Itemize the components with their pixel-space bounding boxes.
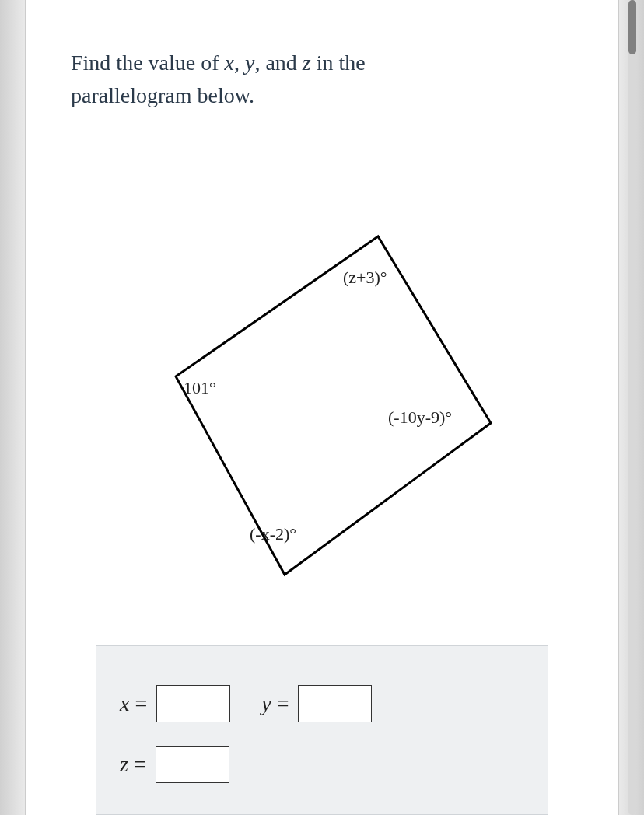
q-var-x: x: [225, 51, 234, 75]
z-var: z: [120, 752, 128, 776]
eq-z: =: [134, 752, 146, 776]
eq-y: =: [277, 691, 289, 715]
q-pre: Find the value of: [71, 51, 225, 75]
scrollbar-track[interactable]: [628, 0, 636, 815]
parallelogram-svg: [71, 135, 569, 579]
answer-row-2: z =: [120, 746, 524, 783]
question-text: Find the value of x, y, and z in the par…: [71, 47, 573, 112]
eq-x: =: [135, 691, 147, 715]
angle-top-label: (z+3)°: [343, 268, 387, 288]
page-shadow-left: [0, 0, 23, 815]
parallelogram-shape: [176, 236, 491, 575]
q-post: in the: [311, 51, 366, 75]
angle-right-label: (-10y-9)°: [388, 408, 452, 428]
q-sep2: , and: [254, 51, 302, 75]
q-sep1: ,: [234, 51, 245, 75]
angle-left-label: 101°: [184, 378, 216, 398]
answer-row-1: x = y =: [120, 685, 524, 746]
parallelogram-diagram: (z+3)° 101° (-10y-9)° (-x-2)°: [71, 135, 569, 579]
q-var-z: z: [303, 51, 311, 75]
answer-group-z: z =: [120, 746, 229, 783]
answer-input-z[interactable]: [156, 746, 229, 783]
y-var: y: [261, 691, 271, 715]
answer-label-y: y =: [261, 691, 289, 716]
q-line2: parallelogram below.: [71, 83, 254, 107]
answer-label-x: x =: [120, 691, 147, 716]
angle-bottom-label: (-x-2)°: [250, 524, 296, 544]
question-card: Find the value of x, y, and z in the par…: [25, 0, 619, 815]
answer-label-z: z =: [120, 752, 146, 777]
answer-group-y: y =: [261, 685, 372, 722]
answer-input-y[interactable]: [298, 685, 372, 722]
answer-box: x = y = z =: [96, 645, 548, 815]
scrollbar-thumb[interactable]: [628, 0, 636, 54]
answer-input-x[interactable]: [156, 685, 230, 722]
x-var: x: [120, 691, 129, 715]
answer-group-x: x =: [120, 685, 230, 722]
q-var-y: y: [245, 51, 254, 75]
